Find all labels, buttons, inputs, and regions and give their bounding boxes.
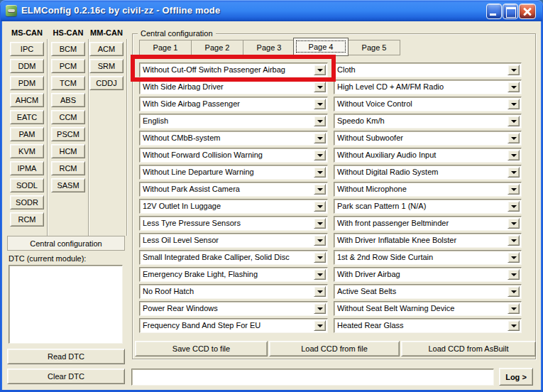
config-dropdown-left-5[interactable]: Without CMbB-system xyxy=(139,131,328,146)
chevron-down-icon[interactable] xyxy=(314,235,326,246)
module-button-pscm[interactable]: PSCM xyxy=(51,127,85,141)
chevron-down-icon[interactable] xyxy=(314,218,326,229)
chevron-down-icon[interactable] xyxy=(314,269,326,280)
config-dropdown-right-13[interactable]: With Driver Airbag xyxy=(334,267,522,282)
module-button-pam[interactable]: PAM xyxy=(10,127,44,141)
config-dropdown-right-2[interactable]: High Level CD + AM/FM Radio xyxy=(334,80,522,94)
chevron-down-icon[interactable] xyxy=(508,184,520,195)
chevron-down-icon[interactable] xyxy=(314,133,326,143)
tab-page-2[interactable]: Page 2 xyxy=(191,40,243,55)
config-dropdown-left-14[interactable]: No Roof Hatch xyxy=(139,284,328,299)
module-button-acm[interactable]: ACM xyxy=(89,42,124,56)
chevron-down-icon[interactable] xyxy=(508,82,520,92)
chevron-down-icon[interactable] xyxy=(508,235,520,246)
command-input[interactable] xyxy=(131,369,494,386)
config-dropdown-right-10[interactable]: With front passenger Beltminder xyxy=(334,216,522,231)
chevron-down-icon[interactable] xyxy=(314,150,326,160)
module-button-cddj[interactable]: CDDJ xyxy=(89,76,124,90)
tab-page-1[interactable]: Page 1 xyxy=(139,40,192,55)
tab-page-4[interactable]: Page 4 xyxy=(293,38,349,56)
config-dropdown-right-16[interactable]: Heated Rear Glass xyxy=(334,318,522,333)
config-dropdown-right-3[interactable]: Without Voice Control xyxy=(334,97,522,111)
chevron-down-icon[interactable] xyxy=(508,167,520,178)
titlebar[interactable]: ELMConfig 0.2.16c by civil-zz - Offline … xyxy=(0,0,543,21)
config-dropdown-left-12[interactable]: Small Integrated Brake Calliper, Solid D… xyxy=(139,250,328,265)
module-button-sasm[interactable]: SASM xyxy=(51,178,85,192)
config-dropdown-right-4[interactable]: Speedo Km/h xyxy=(334,114,522,129)
chevron-down-icon[interactable] xyxy=(314,320,326,331)
chevron-down-icon[interactable] xyxy=(508,116,520,126)
chevron-down-icon[interactable] xyxy=(508,303,520,314)
module-button-ccm[interactable]: CCM xyxy=(51,110,85,124)
dtc-listbox[interactable] xyxy=(9,265,123,344)
config-dropdown-right-5[interactable]: Without Subwoofer xyxy=(334,131,522,146)
load-ccd-asbuilt-button[interactable]: Load CCD from AsBuilt xyxy=(401,341,536,356)
chevron-down-icon[interactable] xyxy=(508,99,520,109)
module-button-ahcm[interactable]: AHCM xyxy=(10,93,44,107)
module-button-kvm[interactable]: KVM xyxy=(10,144,44,158)
chevron-down-icon[interactable] xyxy=(508,65,520,75)
module-button-sodl[interactable]: SODL xyxy=(10,178,44,192)
module-button-pdm[interactable]: PDM xyxy=(10,76,44,90)
config-dropdown-left-3[interactable]: With Side Airbag Passenger xyxy=(139,97,328,111)
chevron-down-icon[interactable] xyxy=(508,133,520,143)
config-dropdown-left-15[interactable]: Power Rear Windows xyxy=(139,301,328,316)
chevron-down-icon[interactable] xyxy=(314,286,326,297)
chevron-down-icon[interactable] xyxy=(508,218,520,229)
config-dropdown-right-15[interactable]: Without Seat Belt Warning Device xyxy=(334,301,522,316)
clear-dtc-button[interactable]: Clear DTC xyxy=(7,369,125,384)
config-dropdown-right-12[interactable]: 1st & 2nd Row Side Curtain xyxy=(334,250,522,265)
config-dropdown-right-11[interactable]: With Driver Inflatable Knee Bolster xyxy=(334,233,522,248)
save-ccd-button[interactable]: Save CCD to file xyxy=(135,341,268,356)
config-dropdown-left-13[interactable]: Emergency Brake Light, Flashing xyxy=(139,267,328,282)
chevron-down-icon[interactable] xyxy=(508,201,520,212)
module-button-rcm-ms[interactable]: RCM xyxy=(10,212,44,227)
module-button-hcm[interactable]: HCM xyxy=(51,144,85,158)
module-button-pcm[interactable]: PCM xyxy=(51,59,85,73)
config-dropdown-left-1[interactable]: Without Cut-Off Switch Passenger Airbag xyxy=(139,62,328,77)
module-button-ddm[interactable]: DDM xyxy=(10,59,44,73)
config-dropdown-left-16[interactable]: Frequency Band And Step For EU xyxy=(139,318,328,333)
module-button-abs[interactable]: ABS xyxy=(51,93,85,107)
maximize-icon[interactable] xyxy=(503,4,518,19)
config-dropdown-right-9[interactable]: Park scan Pattern 1 (N/A) xyxy=(334,199,522,214)
config-dropdown-left-8[interactable]: Without Park Assist Camera xyxy=(139,182,328,197)
config-dropdown-right-1[interactable]: Cloth xyxy=(334,62,522,77)
config-dropdown-right-6[interactable]: Without Auxiliary Audio Input xyxy=(334,148,522,163)
config-dropdown-left-7[interactable]: Without Line Departure Warning xyxy=(139,165,328,180)
config-dropdown-left-2[interactable]: With Side Airbag Driver xyxy=(139,80,328,94)
chevron-down-icon[interactable] xyxy=(314,116,326,126)
config-dropdown-right-14[interactable]: Active Seat Belts xyxy=(334,284,522,299)
config-dropdown-right-7[interactable]: Without Digital Radio System xyxy=(334,165,522,180)
config-dropdown-right-8[interactable]: Without Microphone xyxy=(334,182,522,197)
module-button-rcm-hs[interactable]: RCM xyxy=(51,161,85,175)
log-button[interactable]: Log > xyxy=(499,368,533,386)
close-icon[interactable] xyxy=(519,4,536,19)
chevron-down-icon[interactable] xyxy=(314,65,326,75)
chevron-down-icon[interactable] xyxy=(508,252,520,263)
app-icon[interactable] xyxy=(6,5,17,16)
chevron-down-icon[interactable] xyxy=(314,99,326,109)
chevron-down-icon[interactable] xyxy=(314,167,326,178)
module-button-ipc[interactable]: IPC xyxy=(10,42,44,56)
tab-page-3[interactable]: Page 3 xyxy=(243,40,295,55)
central-configuration-mode-button[interactable]: Central configuration xyxy=(7,236,125,251)
module-button-sodr[interactable]: SODR xyxy=(10,195,44,209)
module-button-eatc[interactable]: EATC xyxy=(10,110,44,124)
config-dropdown-left-6[interactable]: Without Forward Collision Warning xyxy=(139,148,328,163)
module-button-srm[interactable]: SRM xyxy=(89,59,124,73)
chevron-down-icon[interactable] xyxy=(314,303,326,314)
module-button-ipma[interactable]: IPMA xyxy=(10,161,44,175)
chevron-down-icon[interactable] xyxy=(508,286,520,297)
chevron-down-icon[interactable] xyxy=(508,150,520,160)
chevron-down-icon[interactable] xyxy=(314,82,326,92)
chevron-down-icon[interactable] xyxy=(314,252,326,263)
chevron-down-icon[interactable] xyxy=(508,320,520,331)
load-ccd-file-button[interactable]: Load CCD from file xyxy=(269,341,400,356)
module-button-bcm[interactable]: BCM xyxy=(51,42,85,56)
config-dropdown-left-9[interactable]: 12V Outlet In Luggage xyxy=(139,199,328,214)
config-dropdown-left-4[interactable]: English xyxy=(139,114,328,129)
module-button-tcm[interactable]: TCM xyxy=(51,76,85,90)
read-dtc-button[interactable]: Read DTC xyxy=(7,349,125,364)
tab-page-5[interactable]: Page 5 xyxy=(348,40,400,55)
